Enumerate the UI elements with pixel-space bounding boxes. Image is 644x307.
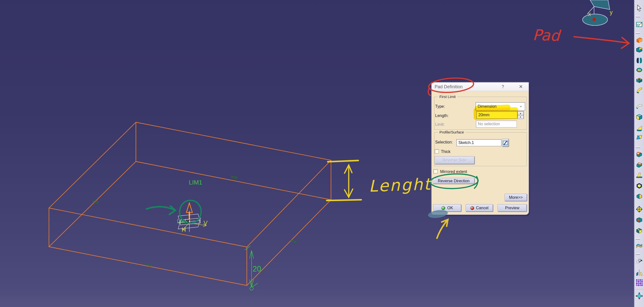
toolbar-pattern-button[interactable] (636, 279, 643, 286)
toolbar-edge-fillet-button[interactable] (636, 151, 643, 158)
red-arrow-annotation (574, 37, 629, 48)
mirrored-extent-checkbox[interactable] (434, 169, 438, 173)
pad-icon (636, 37, 643, 44)
toolbar-solid-combine-button[interactable] (636, 113, 643, 121)
dialog-close-button[interactable]: ✕ (518, 84, 524, 90)
thickness-icon (636, 192, 643, 200)
toolbar-pad-button[interactable] (636, 37, 643, 44)
more-button[interactable]: More>> (504, 194, 527, 201)
dialog-help-button[interactable]: ? (500, 84, 506, 90)
translate-icon (636, 257, 643, 264)
compass-origin-dot (593, 18, 596, 21)
toolbar-grip-handle[interactable] (636, 16, 640, 17)
sketch-plane-indicator (178, 211, 200, 232)
ok-green-icon (442, 206, 445, 210)
toolbar-grip-handle[interactable] (636, 33, 640, 34)
pattern-icon (636, 279, 643, 286)
groove-icon (636, 66, 643, 74)
h-axis (182, 223, 189, 230)
draft-icon (636, 172, 643, 179)
toolbar-rib-button[interactable] (636, 86, 643, 94)
dialog-titlebar[interactable]: Pad Definition ? ✕ (432, 83, 528, 91)
pad-definition-dialog: Pad Definition ? ✕ First Limit Type: Dim… (431, 82, 529, 215)
toolbar-translate-button[interactable] (636, 257, 643, 264)
mirrored-extent-label: Mirrored extent (440, 169, 467, 174)
toolbar-hole-button[interactable] (636, 76, 643, 84)
yellow-dimension-annotation (327, 160, 361, 200)
shell-icon (636, 182, 643, 189)
multi-section-icon (636, 134, 643, 141)
chamfer-icon (636, 161, 643, 169)
reverse-direction-button[interactable]: Reverse Direction (433, 178, 475, 184)
sketch-origin-icon (186, 219, 190, 224)
limit-input-value: No selection (478, 122, 500, 126)
rib-icon (636, 86, 643, 94)
cancel-red-icon (470, 206, 474, 210)
thick-checkbox[interactable] (435, 149, 439, 154)
type-dropdown[interactable]: Dimension ⌄ (476, 102, 525, 111)
toolbar-split-button[interactable] (636, 227, 643, 234)
mirror-icon (636, 269, 643, 276)
pocket-icon (636, 46, 643, 54)
toolbar-pocket-button[interactable] (636, 46, 643, 54)
toolbar-mirror-button[interactable] (636, 269, 643, 276)
toolbar-scale-button[interactable] (636, 292, 643, 299)
select-icon (636, 4, 643, 12)
limit-input: No selection (476, 121, 517, 128)
toolbar-chamfer-button[interactable] (636, 161, 643, 169)
pad-direction-arrow[interactable] (186, 203, 192, 224)
length-input[interactable]: 20mm ▲ ▼ (476, 111, 524, 119)
compass[interactable]: x y (582, 0, 613, 26)
compass-y-label: y (610, 9, 613, 16)
toolbar-groove-button[interactable] (636, 66, 643, 74)
toolbar-thickness-button[interactable] (636, 192, 643, 200)
dialog-title: Pad Definition (435, 84, 463, 90)
toolbar-thread-button[interactable] (636, 205, 643, 213)
type-label: Type: (435, 104, 445, 109)
length-input-value: 20mm (478, 113, 489, 117)
toolbar-shaft-button[interactable] (636, 57, 643, 64)
edit-sketch-button[interactable] (502, 139, 509, 147)
toolbar-separator (635, 289, 644, 290)
toolbar-grip-handle[interactable] (636, 238, 640, 239)
cancel-button[interactable]: Cancel (466, 204, 493, 212)
green-circle-annotation-pad-arrow (178, 199, 202, 224)
sketch-icon (636, 21, 643, 28)
ok-button[interactable]: OK (433, 204, 462, 212)
hole-icon (636, 76, 643, 84)
toolbar-sketch-button[interactable] (636, 21, 643, 28)
spinner-up-button[interactable]: ▲ (517, 112, 524, 115)
toolbar-shell-button[interactable] (636, 182, 643, 189)
toolbar-draft-button[interactable] (636, 172, 643, 179)
toolbar-select-button[interactable] (636, 4, 643, 12)
toolbar-multi-section-button[interactable] (636, 134, 643, 141)
height-dimension-20 (245, 246, 258, 290)
model-layer: LIM1 LIM2 20 (0, 0, 644, 307)
chevron-down-icon: ⌄ (519, 103, 522, 108)
spinner-down-button[interactable]: ▼ (517, 115, 524, 119)
boolean-icon (636, 216, 643, 224)
v-axis (191, 223, 206, 227)
surface-icon (636, 242, 643, 249)
slot-icon (636, 103, 643, 110)
selection-input[interactable]: Sketch.1 (456, 139, 501, 146)
toolbar-stiffener-button[interactable] (636, 124, 643, 132)
preview-button[interactable]: Preview (498, 204, 527, 212)
toolbar-surface-button[interactable] (636, 242, 643, 249)
length-spinner: ▲ ▼ (517, 112, 524, 119)
stiffener-icon (636, 124, 643, 132)
toolbar-slot-button[interactable] (636, 103, 643, 110)
toolbar-boolean-button[interactable] (636, 216, 643, 224)
toolbar-grip-handle[interactable] (636, 147, 640, 148)
split-icon (636, 227, 643, 234)
toolbar-grip-handle[interactable] (636, 253, 640, 255)
lim1-label: LIM1 (189, 179, 202, 186)
shaft-icon (636, 57, 643, 64)
type-dropdown-value: Dimension (478, 104, 496, 109)
length-note: Lenght (368, 175, 432, 195)
lim2-label: LIM2 (177, 218, 190, 224)
scale-icon (636, 292, 643, 299)
selection-input-value: Sketch.1 (458, 141, 474, 145)
pad-note: Pad (532, 26, 562, 45)
sketch-edit-icon (502, 140, 508, 146)
